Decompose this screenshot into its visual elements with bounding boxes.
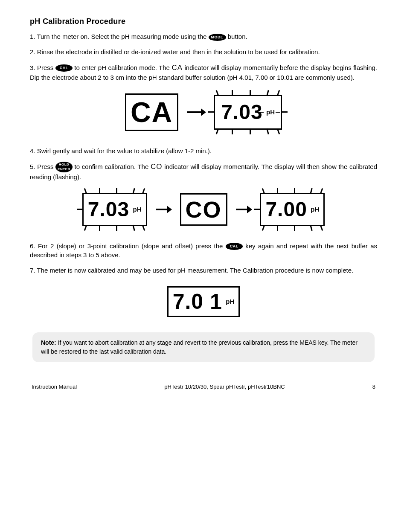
cal-button-icon: CAL xyxy=(226,243,243,250)
step-3-text-b: to enter pH calibration mode. The xyxy=(74,64,172,71)
page-footer: Instruction Manual pHTestr 10/20/30, Spe… xyxy=(30,384,377,390)
step-1-text-a: Turn the meter on. Select the pH measuri… xyxy=(37,33,208,40)
step-5: 5. Press HOLD ENTER to confirm calibrati… xyxy=(30,162,377,182)
hold-label-bot: ENTER xyxy=(58,168,70,171)
step-2-num: 2. xyxy=(30,48,35,55)
footer-left: Instruction Manual xyxy=(32,384,77,390)
note-label: Note: xyxy=(41,339,56,346)
step-4-text: Swirl gently and wait for the value to s… xyxy=(37,147,212,154)
arrow-icon xyxy=(186,107,206,117)
step-5-text-a: Press xyxy=(37,163,55,170)
svg-marker-5 xyxy=(247,206,252,213)
step-6-num: 6. xyxy=(30,242,35,250)
step-2-text: Rinse the electrode in distilled or de-i… xyxy=(37,48,320,55)
step-3-text-a: Press xyxy=(37,64,55,71)
step-1-text-b: button. xyxy=(228,33,247,40)
lcd-row-1: CA 7.03 pH xyxy=(30,93,377,131)
lcd-row-3: 7.0 1 pH xyxy=(30,286,377,317)
lcd-703b-flash: 7.03 pH xyxy=(82,193,147,226)
footer-center: pHTestr 10/20/30, Spear pHTestr, pHTestr… xyxy=(164,384,285,390)
lcd-701-unit: pH xyxy=(226,298,234,305)
step-7-num: 7. xyxy=(30,267,35,274)
lcd-701-value: 7.0 1 xyxy=(173,291,222,312)
mode-button-icon: MODE xyxy=(209,34,226,41)
page-title: pH Calibration Procedure xyxy=(30,17,377,26)
hold-label-top: HOLD xyxy=(58,163,70,167)
lcd-700-value: 7.00 xyxy=(265,199,307,220)
lcd-703-value: 7.03 xyxy=(221,102,262,122)
lcd-row-2: 7.03 pH CO 7.00 pH xyxy=(30,193,377,226)
step-1: 1. Turn the meter on. Select the pH meas… xyxy=(30,32,377,41)
step-7: 7. The meter is now calibrated and may b… xyxy=(30,266,377,275)
step-7-text: The meter is now calibrated and may be u… xyxy=(37,267,353,274)
lcd-co-value: CO xyxy=(186,197,222,222)
lcd-703-unit: pH xyxy=(266,109,275,115)
step-5-text-b: to confirm calibration. The xyxy=(75,163,151,170)
lcd-ca: CA xyxy=(125,93,178,131)
lcd-703-flash: 7.03 pH xyxy=(214,95,282,130)
cal-button-icon: CAL xyxy=(55,64,73,72)
hold-enter-button-icon: HOLD ENTER xyxy=(55,162,73,172)
step-6-text-a: For 2 (slope) or 3-point calibration (sl… xyxy=(38,242,226,250)
note-text: If you want to abort calibration at any … xyxy=(41,339,358,355)
lcd-ca-value: CA xyxy=(131,96,173,128)
arrow-icon xyxy=(155,204,172,215)
ca-indicator-inline: CA xyxy=(172,64,183,72)
step-4: 4. Swirl gently and wait for the value t… xyxy=(30,146,377,156)
co-indicator-inline: CO xyxy=(151,163,163,171)
lcd-701: 7.0 1 pH xyxy=(167,286,240,317)
step-3-num: 3. xyxy=(30,64,35,71)
step-3: 3. Press CAL to enter pH calibration mod… xyxy=(30,63,377,82)
step-4-num: 4. xyxy=(30,147,35,154)
step-6: 6. For 2 (slope) or 3-point calibration … xyxy=(30,241,377,260)
step-2: 2. Rinse the electrode in distilled or d… xyxy=(30,47,377,57)
lcd-703b-unit: pH xyxy=(133,206,142,212)
note-box: Note: If you want to abort calibration a… xyxy=(32,332,375,362)
lcd-703b-value: 7.03 xyxy=(88,199,129,220)
step-1-num: 1. xyxy=(30,33,35,40)
step-5-num: 5. xyxy=(30,163,35,170)
lcd-700-unit: pH xyxy=(311,206,319,212)
svg-marker-3 xyxy=(167,206,172,213)
footer-right: 8 xyxy=(372,384,375,390)
svg-marker-1 xyxy=(201,108,206,116)
arrow-icon xyxy=(235,204,252,215)
lcd-700-flash: 7.00 pH xyxy=(260,193,325,226)
lcd-co: CO xyxy=(180,193,227,226)
